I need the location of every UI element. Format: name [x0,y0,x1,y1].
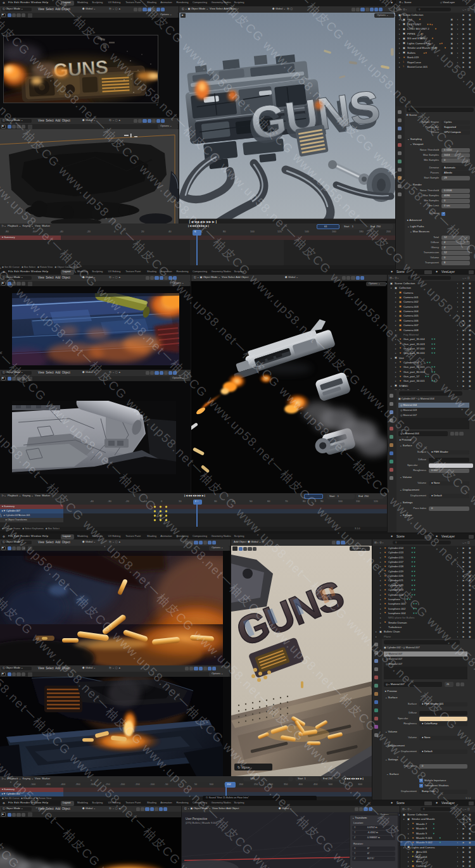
svg-text:↻ Move: ↻ Move [238,765,250,769]
